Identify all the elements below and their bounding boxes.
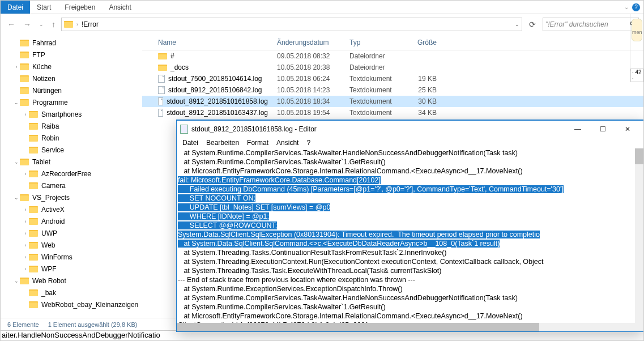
file-row[interactable]: #09.05.2018 08:32Dateiordner [142, 50, 643, 62]
chevron-right-icon[interactable]: › [22, 242, 29, 248]
file-row[interactable]: stdout_7500_20185104614.log10.05.2018 06… [142, 73, 643, 84]
chevron-right-icon[interactable]: › [13, 64, 20, 70]
chevron-right-icon[interactable]: › [22, 254, 29, 260]
col-size[interactable]: Größe [407, 39, 441, 46]
ribbon-tab-freigeben[interactable]: Freigeben [58, 1, 102, 14]
maximize-button[interactable]: ☐ [590, 121, 615, 137]
tree-item[interactable]: ›WinForms [1, 251, 142, 263]
tree-item[interactable]: Fahrrad [1, 37, 142, 49]
tree-item[interactable]: ⌄Programme [1, 96, 142, 108]
navbar: ← → ⌄ ↑ › !Error ⌄ ⟳ "!Error" durchsuche… [1, 14, 643, 35]
folder-icon [29, 266, 38, 272]
tree-item[interactable]: _bak [1, 287, 142, 299]
editor-line: at Microsoft.EntityFrameworkCore.Storage… [178, 167, 643, 176]
folder-tree[interactable]: FahrradFTP›KücheNotizenNürtingen⌄Program… [1, 35, 142, 318]
folder-icon [20, 40, 29, 46]
tree-item[interactable]: Robin [1, 132, 142, 144]
editor-menu-item[interactable]: Bearbeiten [206, 139, 239, 147]
tree-item[interactable]: ›AzRecorderFree [1, 168, 142, 180]
chevron-right-icon[interactable]: › [22, 112, 29, 117]
breadcrumb-segment[interactable]: !Error [82, 20, 99, 28]
tree-item[interactable]: ›Smartphones [1, 108, 142, 120]
column-headers[interactable]: Name Änderungsdatum Typ Größe [142, 35, 643, 50]
tree-item[interactable]: ⌄Web Robot [1, 275, 142, 287]
tree-item[interactable]: ›UWP [1, 227, 142, 239]
tree-item[interactable]: Notizen [1, 73, 142, 84]
refresh-button[interactable]: ⟳ [526, 20, 539, 29]
file-type: Dateiordner [345, 63, 407, 71]
chevron-down-icon[interactable]: ⌄ [13, 278, 20, 284]
ribbon-tab-start[interactable]: Start [30, 1, 58, 14]
chevron-right-icon[interactable]: › [22, 171, 29, 177]
tree-item[interactable]: ›Küche [1, 61, 142, 73]
editor-menu-item[interactable]: ? [306, 139, 310, 147]
help-icon[interactable]: ? [632, 3, 640, 11]
tree-label: WinForms [41, 253, 72, 261]
up-button[interactable]: ↑ [49, 20, 58, 29]
editor-body[interactable]: at System.Runtime.CompilerServices.TaskA… [177, 148, 643, 323]
ribbon-tab-datei[interactable]: Datei [1, 1, 30, 14]
col-type[interactable]: Typ [345, 39, 407, 46]
editor-menu[interactable]: DateiBearbeitenFormatAnsicht? [177, 137, 643, 148]
editor-line: at Microsoft.EntityFrameworkCore.Storage… [178, 312, 643, 321]
chevron-down-icon[interactable]: ⌄ [13, 195, 20, 201]
side-tag: · 42 · [630, 69, 643, 82]
address-bar[interactable]: › !Error ⌄ [61, 18, 522, 31]
tree-item[interactable]: Service [1, 144, 142, 156]
chevron-down-icon[interactable]: ⌄ [13, 159, 20, 165]
editor-line: SELECT @@ROWCOUNT; [178, 221, 643, 230]
file-row[interactable]: _docs10.05.2018 20:38Dateiordner [142, 62, 643, 73]
tree-item[interactable]: Raiba [1, 120, 142, 132]
editor-menu-item[interactable]: Ansicht [276, 139, 298, 147]
tree-label: AzRecorderFree [41, 170, 91, 178]
chevron-right-icon[interactable]: › [22, 231, 29, 236]
chevron-right-icon[interactable]: › [22, 219, 29, 224]
editor-menu-item[interactable]: Format [247, 139, 268, 147]
editor-titlebar[interactable]: stdout_8912_2018510161858.log - Editor —… [177, 120, 643, 137]
tree-label: Web Robot [32, 277, 66, 285]
tree-item[interactable]: ›ActiveX [1, 203, 142, 215]
tree-label: Tablet [32, 158, 50, 166]
tree-label: Android [41, 218, 65, 225]
chevron-right-icon[interactable]: › [22, 266, 29, 272]
file-row[interactable]: stdout_8912_20185106842.log10.05.2018 14… [142, 84, 643, 96]
file-type: Textdokument [345, 109, 407, 117]
editor-line: --- End of stack trace from previous loc… [178, 275, 643, 284]
recent-chevron-icon[interactable]: ⌄ [37, 22, 46, 27]
close-button[interactable]: ✕ [615, 121, 640, 137]
tree-item[interactable]: WebRobot_ebay_Kleinanzeigen [1, 299, 142, 310]
editor-vscrollbar[interactable] [635, 148, 643, 323]
file-row[interactable]: stdout_8912_2018510161858.log10.05.2018 … [142, 96, 643, 107]
tree-item[interactable]: ›Web [1, 239, 142, 251]
tree-item[interactable]: Nürtingen [1, 84, 142, 96]
address-dropdown-icon[interactable]: ⌄ [515, 22, 519, 27]
file-name: _docs [170, 63, 189, 71]
minimize-button[interactable]: — [565, 121, 590, 137]
tree-item[interactable]: ›WPF [1, 263, 142, 275]
file-date: 10.05.2018 14:23 [272, 86, 345, 94]
tree-label: WPF [41, 265, 57, 273]
tree-item[interactable]: Camera [1, 180, 142, 191]
editor-line: SET NOCOUNT ON; [178, 194, 643, 203]
ribbon-chevron-icon[interactable]: ⌄ [624, 4, 629, 10]
tree-item[interactable]: ⌄VS_Projects [1, 191, 142, 203]
editor-menu-item[interactable]: Datei [182, 139, 198, 147]
chevron-right-icon[interactable]: › [22, 207, 29, 212]
tree-item[interactable]: ⌄Tablet [1, 156, 142, 168]
folder-icon [29, 230, 38, 237]
search-input[interactable]: "!Error" durchsuchen 🔍︎ [543, 18, 639, 31]
ribbon-tab-ansicht[interactable]: Ansicht [102, 1, 138, 14]
tree-label: ActiveX [41, 206, 65, 214]
col-date[interactable]: Änderungsdatum [272, 39, 345, 46]
editor-line: WHERE [IDNote] = @p1; [178, 212, 643, 221]
chevron-down-icon[interactable]: ⌄ [13, 100, 20, 105]
forward-button[interactable]: → [21, 20, 33, 29]
tree-label: Web [41, 241, 55, 249]
editor-hscrollbar[interactable] [177, 323, 643, 331]
tree-item[interactable]: FTP [1, 49, 142, 61]
back-button[interactable]: ← [5, 20, 18, 29]
tree-item[interactable]: ›Android [1, 215, 142, 227]
file-row[interactable]: stdout_8912_2018510163437.log10.05.2018 … [142, 107, 643, 118]
col-name[interactable]: Name [153, 39, 272, 46]
sticky-note-icon: men [632, 19, 642, 41]
